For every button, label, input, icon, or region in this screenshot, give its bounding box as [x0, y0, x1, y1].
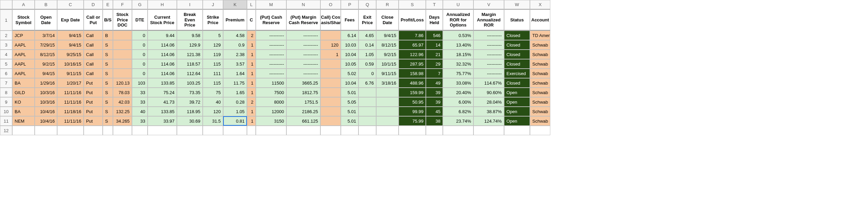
- column-header-K[interactable]: K: [223, 0, 247, 10]
- data-cell-r2-c2[interactable]: 9/4/15: [57, 31, 84, 40]
- data-cell-r11-c18[interactable]: 75.99: [399, 116, 426, 126]
- data-cell-r9-c7[interactable]: 41.73: [148, 97, 177, 107]
- data-cell-r11-c14[interactable]: [320, 116, 341, 126]
- data-cell-r3-c5[interactable]: [113, 40, 132, 50]
- data-cell-r6-c4[interactable]: S: [103, 69, 113, 78]
- data-cell-r9-c23[interactable]: Schwab: [530, 97, 550, 107]
- column-header-G[interactable]: G: [132, 0, 148, 10]
- empty-cell-r12-c8[interactable]: [177, 126, 203, 135]
- data-cell-r9-c3[interactable]: Put: [84, 97, 103, 107]
- header-cell-0[interactable]: Stock Symbol: [12, 10, 35, 31]
- header-cell-22[interactable]: Status: [504, 10, 530, 31]
- data-cell-r8-c2[interactable]: 11/11/16: [57, 88, 84, 97]
- row-header-8[interactable]: 8: [0, 88, 12, 97]
- data-cell-r4-c6[interactable]: 0: [132, 50, 148, 59]
- empty-cell-r12-c12[interactable]: [256, 126, 286, 135]
- data-cell-r5-c15[interactable]: 10.05: [341, 59, 358, 69]
- empty-cell-r12-c10[interactable]: [223, 126, 247, 135]
- data-cell-r7-c8[interactable]: 103.25: [177, 78, 203, 88]
- data-cell-r8-c4[interactable]: S: [103, 88, 113, 97]
- header-cell-20[interactable]: Annualized ROR for Options: [443, 10, 473, 31]
- data-cell-r7-c13[interactable]: 3665.25: [286, 78, 320, 88]
- data-cell-r7-c17[interactable]: 3/18/16: [376, 78, 399, 88]
- data-cell-r3-c17[interactable]: 8/12/15: [376, 40, 399, 50]
- column-header-H[interactable]: H: [148, 0, 177, 10]
- row-header-9[interactable]: 9: [0, 97, 12, 107]
- data-cell-r6-c10[interactable]: 1.64: [223, 69, 247, 78]
- column-header-B[interactable]: B: [35, 0, 57, 10]
- data-cell-r6-c8[interactable]: 112.64: [177, 69, 203, 78]
- data-cell-r11-c3[interactable]: Put: [84, 116, 103, 126]
- data-cell-r2-c12[interactable]: ----------: [256, 31, 286, 40]
- data-cell-r2-c23[interactable]: TD Amerit: [530, 31, 550, 40]
- data-cell-r11-c0[interactable]: NEM: [12, 116, 35, 126]
- data-cell-r9-c16[interactable]: [358, 97, 376, 107]
- data-cell-r4-c10[interactable]: 2.38: [223, 50, 247, 59]
- data-cell-r8-c13[interactable]: 1812.75: [286, 88, 320, 97]
- empty-cell-r12-c22[interactable]: [504, 126, 530, 135]
- data-cell-r5-c2[interactable]: 10/16/15: [57, 59, 84, 69]
- data-cell-r10-c3[interactable]: Put: [84, 107, 103, 116]
- data-cell-r6-c1[interactable]: 9/4/15: [35, 69, 57, 78]
- data-cell-r4-c17[interactable]: 9/2/15: [376, 50, 399, 59]
- data-cell-r3-c13[interactable]: ----------: [286, 40, 320, 50]
- header-cell-6[interactable]: DTE: [132, 10, 148, 31]
- data-cell-r11-c8[interactable]: 30.69: [177, 116, 203, 126]
- data-cell-r5-c23[interactable]: Schwab: [530, 59, 550, 69]
- data-cell-r8-c0[interactable]: GILD: [12, 88, 35, 97]
- data-cell-r5-c18[interactable]: 287.95: [399, 59, 426, 69]
- data-cell-r10-c14[interactable]: [320, 107, 341, 116]
- data-cell-r3-c20[interactable]: 13.40%: [443, 40, 473, 50]
- data-cell-r10-c11[interactable]: 1: [247, 107, 256, 116]
- data-cell-r6-c11[interactable]: 1: [247, 69, 256, 78]
- data-cell-r8-c10[interactable]: 1.65: [223, 88, 247, 97]
- data-cell-r2-c22[interactable]: Closed: [504, 31, 530, 40]
- data-cell-r2-c3[interactable]: Call: [84, 31, 103, 40]
- data-cell-r6-c22[interactable]: Exercised: [504, 69, 530, 78]
- empty-cell-r12-c13[interactable]: [286, 126, 320, 135]
- data-cell-r2-c18[interactable]: 7.86: [399, 31, 426, 40]
- data-cell-r2-c1[interactable]: 3/7/14: [35, 31, 57, 40]
- data-cell-r8-c16[interactable]: [358, 88, 376, 97]
- data-cell-r11-c11[interactable]: 1: [247, 116, 256, 126]
- data-cell-r3-c3[interactable]: Call: [84, 40, 103, 50]
- data-cell-r9-c5[interactable]: 42.03: [113, 97, 132, 107]
- data-cell-r3-c12[interactable]: ----------: [256, 40, 286, 50]
- data-cell-r9-c9[interactable]: 40: [203, 97, 223, 107]
- header-cell-16[interactable]: Exit Price: [358, 10, 376, 31]
- data-cell-r11-c12[interactable]: 3150: [256, 116, 286, 126]
- data-cell-r6-c2[interactable]: 9/11/15: [57, 69, 84, 78]
- data-cell-r5-c3[interactable]: Call: [84, 59, 103, 69]
- empty-cell-r12-c5[interactable]: [113, 126, 132, 135]
- data-cell-r10-c4[interactable]: S: [103, 107, 113, 116]
- data-cell-r6-c15[interactable]: 5.02: [341, 69, 358, 78]
- data-cell-r8-c3[interactable]: Put: [84, 88, 103, 97]
- data-cell-r4-c4[interactable]: S: [103, 50, 113, 59]
- row-header-7[interactable]: 7: [0, 78, 12, 88]
- data-cell-r10-c0[interactable]: BA: [12, 107, 35, 116]
- column-header-X[interactable]: X: [530, 0, 550, 10]
- data-cell-r9-c10[interactable]: 0.28: [223, 97, 247, 107]
- data-cell-r2-c20[interactable]: 0.53%: [443, 31, 473, 40]
- data-cell-r8-c18[interactable]: 159.99: [399, 88, 426, 97]
- empty-cell-r12-c14[interactable]: [320, 126, 341, 135]
- header-cell-11[interactable]: C: [247, 10, 256, 31]
- data-cell-r6-c5[interactable]: [113, 69, 132, 78]
- data-cell-r4-c15[interactable]: 10.04: [341, 50, 358, 59]
- data-cell-r11-c15[interactable]: 5.01: [341, 116, 358, 126]
- data-cell-r9-c14[interactable]: [320, 97, 341, 107]
- data-cell-r8-c5[interactable]: 78.03: [113, 88, 132, 97]
- data-cell-r9-c22[interactable]: Open: [504, 97, 530, 107]
- data-cell-r7-c23[interactable]: Schwab: [530, 78, 550, 88]
- column-header-V[interactable]: V: [473, 0, 504, 10]
- data-cell-r3-c1[interactable]: 7/29/15: [35, 40, 57, 50]
- header-cell-12[interactable]: (Put) Cash Reserve: [256, 10, 286, 31]
- data-cell-r6-c7[interactable]: 114.06: [148, 69, 177, 78]
- data-cell-r4-c1[interactable]: 8/12/15: [35, 50, 57, 59]
- header-cell-3[interactable]: Call or Put: [84, 10, 103, 31]
- data-cell-r4-c18[interactable]: 122.96: [399, 50, 426, 59]
- empty-cell-r12-c2[interactable]: [57, 126, 84, 135]
- data-cell-r9-c21[interactable]: 28.04%: [473, 97, 504, 107]
- data-cell-r10-c19[interactable]: 45: [426, 107, 443, 116]
- empty-cell-r12-c20[interactable]: [443, 126, 473, 135]
